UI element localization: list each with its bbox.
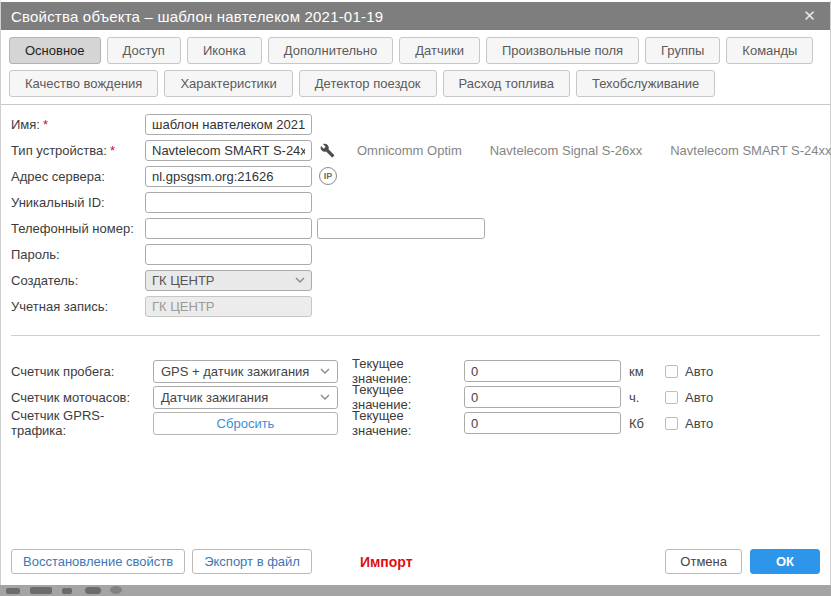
counters-section: Счетчик пробега: GPS + датчик зажигания … xyxy=(1,336,830,436)
password-row: Пароль: xyxy=(11,241,820,267)
device-type-label: Тип устройства: xyxy=(11,143,107,158)
engine-hours-counter-row: Счетчик моточасов: Датчик зажигания Теку… xyxy=(11,384,820,410)
restore-properties-button[interactable]: Восстановление свойств xyxy=(11,549,185,574)
background-icon xyxy=(6,588,20,594)
tab-icon[interactable]: Иконка xyxy=(187,37,262,64)
phone-input-2[interactable] xyxy=(317,218,485,239)
tab-access[interactable]: Доступ xyxy=(107,37,181,64)
engine-hours-counter-select[interactable]: Датчик зажигания xyxy=(153,386,338,409)
mileage-auto-checkbox[interactable] xyxy=(665,365,678,378)
account-input xyxy=(145,296,312,317)
background-icon xyxy=(30,587,52,594)
engine-hours-unit: ч. xyxy=(629,390,653,405)
recent-device-types: Omnicomm Optim Navtelecom Signal S-26xx … xyxy=(357,143,831,158)
gprs-counter-label: Счетчик GPRS-трафика: xyxy=(11,408,153,438)
cancel-button[interactable]: Отмена xyxy=(665,549,742,574)
creator-label: Создатель: xyxy=(11,273,78,288)
ok-button[interactable]: ОК xyxy=(750,549,820,574)
dialog-footer: Восстановление свойств Экспорт в файл Им… xyxy=(11,549,820,574)
password-input[interactable] xyxy=(145,244,312,265)
auto-label: Авто xyxy=(685,416,713,431)
tab-fuel-consumption[interactable]: Расход топлива xyxy=(443,70,570,97)
engine-hours-counter-label: Счетчик моточасов: xyxy=(11,390,153,405)
creator-select[interactable]: ГК ЦЕНТР xyxy=(145,270,312,291)
mileage-unit: км xyxy=(629,364,653,379)
tab-trip-detector[interactable]: Детектор поездок xyxy=(299,70,437,97)
chevron-down-icon xyxy=(320,368,330,374)
gprs-reset-button[interactable]: Сбросить xyxy=(153,412,338,435)
object-properties-dialog: Свойства объекта – шаблон навтелеком 202… xyxy=(0,0,831,585)
wrench-icon[interactable] xyxy=(320,143,335,158)
device-type-input[interactable] xyxy=(145,140,312,161)
background-icon xyxy=(62,588,72,594)
unique-id-label: Уникальный ID: xyxy=(11,195,105,210)
creator-row: Создатель: ГК ЦЕНТР xyxy=(11,267,820,293)
mileage-counter-row: Счетчик пробега: GPS + датчик зажигания … xyxy=(11,358,820,384)
password-label: Пароль: xyxy=(11,247,60,262)
device-type-row: Тип устройства:* Omnicomm Optim Navtelec… xyxy=(11,137,820,163)
name-input[interactable] xyxy=(145,114,312,135)
chevron-down-icon xyxy=(295,277,305,283)
server-address-label: Адрес сервера: xyxy=(11,169,105,184)
background-page-strip xyxy=(0,584,831,596)
required-asterisk: * xyxy=(110,143,115,158)
tabs-row-2: Качество вождения Характеристики Детекто… xyxy=(9,70,822,97)
mileage-counter-select[interactable]: GPS + датчик зажигания xyxy=(153,360,338,383)
tab-groups[interactable]: Группы xyxy=(645,37,720,64)
name-row: Имя:* xyxy=(11,111,820,137)
mileage-counter-label: Счетчик пробега: xyxy=(11,364,153,379)
unique-id-input[interactable] xyxy=(145,192,312,213)
general-form: Имя:* Тип устройства:* Omnicomm Optim Na… xyxy=(1,105,830,319)
tab-maintenance[interactable]: Техобслуживание xyxy=(576,70,715,97)
tab-commands[interactable]: Команды xyxy=(726,37,813,64)
gprs-auto-checkbox[interactable] xyxy=(665,417,678,430)
engine-hours-auto-checkbox[interactable] xyxy=(665,391,678,404)
recent-device-type-link[interactable]: Navtelecom Signal S-26xx xyxy=(490,143,642,158)
mileage-value-input[interactable] xyxy=(464,360,621,382)
dialog-title: Свойства объекта – шаблон навтелеком 202… xyxy=(11,8,799,25)
gprs-value-input[interactable] xyxy=(464,412,621,434)
chevron-down-icon xyxy=(320,394,330,400)
recent-device-type-link[interactable]: Navtelecom SMART S-24xx xyxy=(670,143,831,158)
account-label: Учетная запись: xyxy=(11,299,108,314)
tabs-bar: Основное Доступ Иконка Дополнительно Дат… xyxy=(1,30,830,105)
phone-row: Телефонный номер: xyxy=(11,215,820,241)
close-icon[interactable]: ✕ xyxy=(799,7,820,25)
phone-label: Телефонный номер: xyxy=(11,221,134,236)
tab-custom-fields[interactable]: Произвольные поля xyxy=(486,37,639,64)
background-icon xyxy=(110,586,122,594)
ip-icon[interactable]: IP xyxy=(319,167,337,185)
background-icon xyxy=(85,587,101,594)
required-asterisk: * xyxy=(43,117,48,132)
gprs-unit: Кб xyxy=(629,416,653,431)
account-row: Учетная запись: xyxy=(11,293,820,319)
export-to-file-button[interactable]: Экспорт в файл xyxy=(192,549,312,574)
engine-hours-value-input[interactable] xyxy=(464,386,621,408)
tab-eco-driving[interactable]: Качество вождения xyxy=(9,70,158,97)
auto-label: Авто xyxy=(685,390,713,405)
tab-general[interactable]: Основное xyxy=(9,37,101,64)
gprs-counter-row: Счетчик GPRS-трафика: Сбросить Текущее з… xyxy=(11,410,820,436)
tab-advanced[interactable]: Дополнительно xyxy=(268,37,394,64)
dialog-titlebar: Свойства объекта – шаблон навтелеком 202… xyxy=(1,2,830,30)
name-label: Имя: xyxy=(11,117,40,132)
recent-device-type-link[interactable]: Omnicomm Optim xyxy=(357,143,462,158)
auto-label: Авто xyxy=(685,364,713,379)
tabs-row-1: Основное Доступ Иконка Дополнительно Дат… xyxy=(9,37,822,64)
current-value-label: Текущее значение: xyxy=(352,408,464,438)
unique-id-row: Уникальный ID: xyxy=(11,189,820,215)
phone-input-1[interactable] xyxy=(145,218,312,239)
tab-sensors[interactable]: Датчики xyxy=(399,37,480,64)
import-link[interactable]: Импорт xyxy=(360,554,413,570)
server-address-input[interactable] xyxy=(145,166,312,187)
tab-characteristics[interactable]: Характеристики xyxy=(164,70,292,97)
server-address-row: Адрес сервера: IP xyxy=(11,163,820,189)
